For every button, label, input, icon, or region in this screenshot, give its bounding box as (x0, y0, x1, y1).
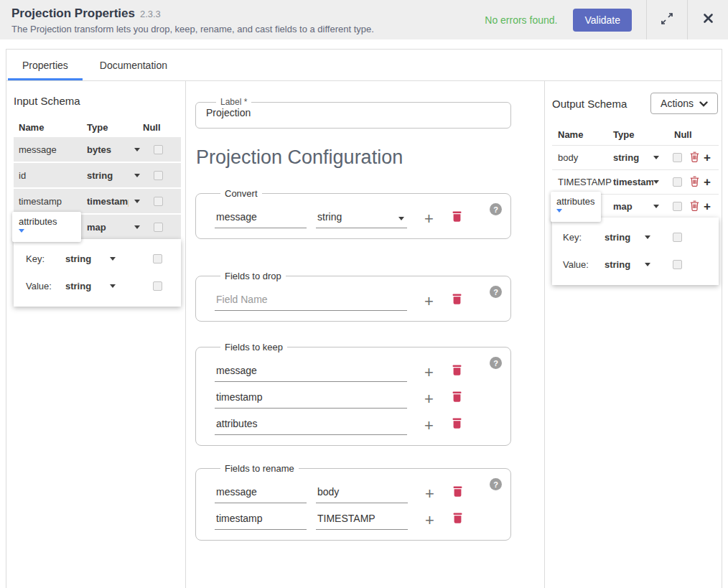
tab-bar: Properties Documentation (6, 50, 722, 81)
input-schema-header: Name Type Null (14, 117, 181, 137)
nullable-checkbox[interactable] (154, 145, 163, 154)
add-row-button[interactable]: + (424, 420, 434, 431)
chevron-down-icon[interactable] (653, 156, 659, 159)
add-row-button[interactable]: + (425, 488, 434, 500)
type-select[interactable]: string (87, 170, 143, 181)
map-detail-card: Key: string Value: string (552, 218, 719, 285)
keep-field-input[interactable] (215, 418, 407, 435)
trash-icon (690, 202, 699, 213)
add-field-button[interactable]: + (704, 202, 711, 212)
delete-field-button[interactable] (690, 200, 699, 213)
delete-row-button[interactable] (452, 417, 462, 431)
output-schema-title: Output Schema (552, 98, 627, 110)
table-row: timestamp timestamp (14, 189, 181, 213)
add-row-button[interactable]: + (424, 367, 434, 378)
fields-to-rename-section: Fields to rename ? + (195, 463, 511, 541)
keep-row: + (215, 364, 502, 382)
nullable-checkbox[interactable] (673, 260, 682, 269)
help-icon[interactable]: ? (490, 203, 502, 215)
actions-dropdown-button[interactable]: Actions (650, 93, 718, 114)
rename-from-input[interactable] (215, 486, 307, 503)
delete-row-button[interactable] (452, 293, 462, 307)
convert-legend: Convert (220, 188, 262, 199)
type-select[interactable]: map (613, 201, 653, 212)
nullable-checkbox[interactable] (673, 233, 682, 242)
validate-button[interactable]: Validate (573, 9, 632, 32)
expand-icon (660, 11, 674, 29)
nullable-checkbox[interactable] (154, 223, 163, 232)
field-name-popover[interactable]: attributes (551, 192, 601, 222)
help-icon[interactable]: ? (490, 478, 502, 490)
field-name-input[interactable]: body (552, 152, 613, 163)
chevron-down-icon[interactable] (110, 257, 116, 261)
help-icon[interactable]: ? (490, 286, 502, 298)
drop-field-input[interactable] (215, 294, 407, 311)
delete-row-button[interactable] (453, 512, 462, 526)
nullable-checkbox[interactable] (154, 197, 163, 206)
keep-row: + (215, 391, 502, 409)
label-input[interactable]: Projection (205, 107, 502, 118)
trash-icon (690, 154, 699, 164)
value-type-select[interactable]: string (605, 259, 645, 270)
rename-to-input[interactable] (316, 486, 408, 503)
value-label: Value: (563, 259, 605, 270)
type-select[interactable]: string (613, 152, 653, 163)
rename-to-input[interactable] (316, 513, 408, 530)
tab-properties[interactable]: Properties (6, 50, 84, 80)
nullable-checkbox[interactable] (154, 171, 163, 180)
chevron-down-icon (398, 217, 404, 220)
keep-field-input[interactable] (215, 365, 407, 382)
add-row-button[interactable]: + (424, 213, 434, 225)
close-button[interactable] (687, 0, 728, 39)
chevron-down-icon[interactable] (645, 235, 650, 239)
add-row-button[interactable]: + (425, 515, 434, 526)
add-row-button[interactable]: + (424, 296, 434, 307)
tab-documentation[interactable]: Documentation (84, 50, 183, 80)
convert-type-select[interactable]: string (316, 211, 407, 228)
table-row-expanded: attributes map (14, 215, 181, 239)
type-select[interactable]: timestamp (613, 177, 653, 187)
trash-icon (452, 367, 462, 378)
column-null: Null (674, 129, 692, 140)
delete-field-button[interactable] (690, 176, 699, 189)
add-field-button[interactable]: + (704, 153, 711, 163)
delete-row-button[interactable] (453, 485, 462, 499)
chevron-down-icon (134, 174, 140, 177)
nullable-checkbox[interactable] (673, 177, 682, 187)
nullable-checkbox[interactable] (673, 202, 682, 211)
expand-button[interactable] (646, 0, 687, 39)
type-select[interactable]: bytes (87, 144, 143, 155)
trash-icon (452, 393, 462, 404)
add-row-button[interactable]: + (424, 393, 434, 405)
nullable-checkbox[interactable] (153, 254, 162, 263)
value-type-select[interactable]: string (65, 281, 110, 291)
chevron-down-icon[interactable] (653, 180, 659, 184)
column-type: Type (87, 122, 143, 133)
delete-field-button[interactable] (690, 151, 699, 164)
trash-icon (453, 515, 462, 526)
label-field-legend: Label * (216, 97, 251, 107)
delete-row-button[interactable] (452, 364, 462, 378)
type-select[interactable]: timestamp (87, 196, 143, 207)
key-type-select[interactable]: string (605, 232, 645, 243)
nullable-checkbox[interactable] (153, 281, 162, 291)
field-name-input[interactable]: TIMESTAMP (552, 177, 613, 187)
add-field-button[interactable]: + (704, 177, 711, 187)
key-label: Key: (26, 253, 65, 264)
key-type-select[interactable]: string (65, 253, 110, 264)
delete-row-button[interactable] (452, 391, 462, 404)
type-select[interactable]: map (87, 222, 143, 233)
help-icon[interactable]: ? (490, 357, 502, 369)
delete-row-button[interactable] (452, 210, 462, 224)
chevron-down-icon[interactable] (110, 284, 116, 288)
collapse-caret-icon[interactable] (19, 229, 24, 233)
convert-field-input[interactable] (215, 211, 307, 228)
nullable-checkbox[interactable] (673, 153, 682, 162)
chevron-down-icon[interactable] (645, 263, 650, 266)
chevron-down-icon[interactable] (653, 205, 659, 208)
field-name-popover[interactable]: attributes (12, 212, 81, 242)
keep-field-input[interactable] (215, 391, 407, 409)
table-row: id string (14, 163, 181, 187)
collapse-caret-icon[interactable] (556, 209, 562, 213)
rename-from-input[interactable] (215, 513, 307, 530)
